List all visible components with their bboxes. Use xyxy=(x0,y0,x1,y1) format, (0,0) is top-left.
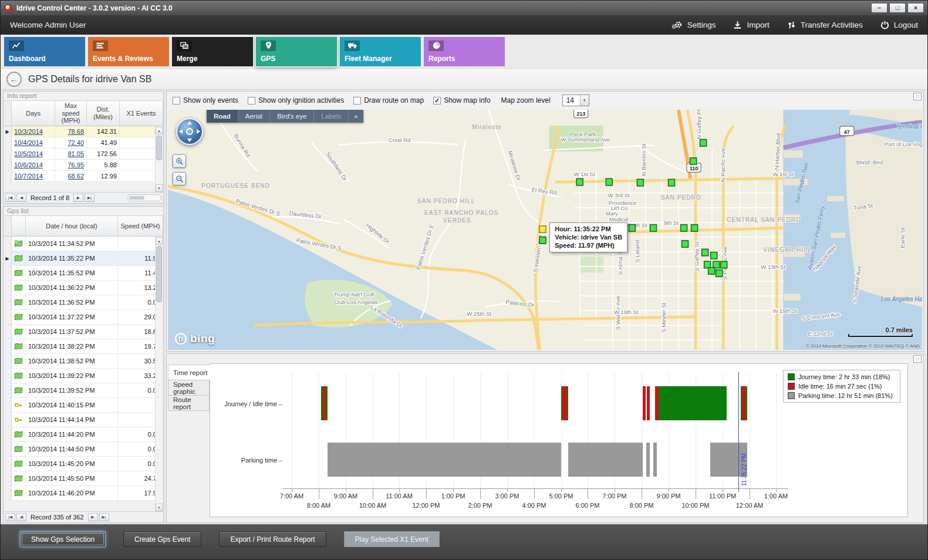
map[interactable]: MiralestePeck ParkW Summerland AveCrest … xyxy=(168,110,922,350)
day-link[interactable]: 10/4/2014 xyxy=(14,139,43,146)
info-report-row[interactable]: 10/7/2014 68.62 12.99 xyxy=(4,171,163,182)
last-record-button[interactable]: ▶| xyxy=(85,194,95,202)
day-link[interactable]: 10/7/2014 xyxy=(14,173,43,180)
scroll-thumb[interactable] xyxy=(129,196,144,200)
scroll-down-icon[interactable]: ▼ xyxy=(156,184,163,192)
gps-marker[interactable] xyxy=(721,261,727,268)
settings-button[interactable]: Settings xyxy=(671,21,716,29)
play-selected-x1-event-button[interactable]: Play Selected X1 Event xyxy=(344,531,440,547)
tab-speed-graphic[interactable]: Speed graphic xyxy=(168,380,210,396)
max-speed-link[interactable]: 72.40 xyxy=(68,139,84,146)
max-speed-link[interactable]: 81.05 xyxy=(68,150,84,157)
gps-list-row[interactable]: 10/3/2014 11:44:50 PM 0.00 xyxy=(4,442,163,457)
zoom-in-button[interactable] xyxy=(173,154,186,168)
gps-marker[interactable] xyxy=(629,225,635,231)
max-speed-link[interactable]: 78.68 xyxy=(68,128,84,135)
pan-west-icon[interactable] xyxy=(179,129,183,134)
scroll-down-icon[interactable]: ▼ xyxy=(156,504,163,511)
column-header-datetime[interactable]: Date / hour (local) xyxy=(26,216,118,236)
checkbox-show-only-ignition-activities[interactable]: Show only ignition activities xyxy=(248,96,344,104)
gps-marker[interactable] xyxy=(681,225,687,231)
panel-maximize-button[interactable]: □ xyxy=(913,93,922,100)
gps-marker[interactable] xyxy=(700,140,707,146)
column-header-speed[interactable]: Speed (MPH) xyxy=(118,216,163,236)
create-gps-event-button[interactable]: Create Gps Event xyxy=(123,531,201,547)
nav-tile-fleet-manager[interactable]: Fleet Manager xyxy=(340,37,421,66)
gps-marker[interactable] xyxy=(716,270,723,276)
gps-list-row[interactable]: 10/3/2014 11:39:52 PM 0.00 xyxy=(4,383,163,398)
info-report-row[interactable]: 10/6/2014 76.95 5.88 xyxy=(4,160,163,171)
gps-list-row[interactable]: 10/3/2014 11:37:22 PM 29.05 xyxy=(4,310,163,325)
gps-list-row[interactable]: 10/3/2014 11:39:22 PM 33.21 xyxy=(4,369,163,383)
prev-record-button[interactable]: ◀ xyxy=(16,513,26,521)
gps-marker[interactable] xyxy=(650,225,656,231)
info-report-row[interactable]: 10/5/2014 81.05 172.56 xyxy=(4,149,163,160)
map-compass-control[interactable] xyxy=(176,118,203,145)
gps-list-row[interactable]: 10/3/2014 11:36:52 PM 0.00 xyxy=(4,295,163,310)
gps-list-row[interactable]: 10/3/2014 11:44:14 PM xyxy=(4,413,163,427)
gps-marker[interactable] xyxy=(708,268,715,274)
zoom-out-button[interactable] xyxy=(173,172,186,185)
pan-south-icon[interactable] xyxy=(187,139,192,142)
column-header-dist[interactable]: Dist. (Miles) xyxy=(87,101,120,126)
prev-record-button[interactable]: ◀ xyxy=(16,194,26,202)
show-gps-selection-button[interactable]: Show Gps Selection xyxy=(20,531,106,547)
scroll-up-icon[interactable]: ▲ xyxy=(156,127,163,134)
gps-marker[interactable] xyxy=(539,237,546,243)
gps-list-row[interactable]: 10/3/2014 11:35:52 PM 11.47 xyxy=(4,266,163,281)
tab-time-report[interactable]: Time report xyxy=(168,365,211,380)
gps-marker[interactable] xyxy=(606,178,612,185)
gps-marker[interactable] xyxy=(711,252,717,259)
checkbox-icon[interactable] xyxy=(353,97,361,104)
transfer-activities-button[interactable]: Transfer Activities xyxy=(787,21,863,29)
gps-marker[interactable] xyxy=(576,178,583,185)
horizontal-scrollbar[interactable] xyxy=(127,194,161,201)
compass-center[interactable] xyxy=(186,128,193,135)
back-button[interactable]: ← xyxy=(6,72,22,87)
nav-tile-merge[interactable]: Merge xyxy=(172,37,253,66)
import-button[interactable]: Import xyxy=(733,21,769,29)
info-vertical-scrollbar[interactable]: ▲ ▼ xyxy=(155,127,163,192)
day-link[interactable]: 10/5/2014 xyxy=(14,150,43,157)
day-link[interactable]: 10/3/2014 xyxy=(14,128,43,135)
gps-list-row[interactable]: 10/3/2014 11:38:22 PM 19.70 xyxy=(4,339,163,354)
checkbox-show-only-events[interactable]: Show only events xyxy=(173,96,238,104)
gps-marker[interactable] xyxy=(637,179,643,185)
logout-button[interactable]: Logout xyxy=(880,21,918,29)
map-view-tab-aerial[interactable]: Aerial xyxy=(238,110,270,123)
map-canvas[interactable]: MiralestePeck ParkW Summerland AveCrest … xyxy=(168,110,922,350)
map-view-tab-road[interactable]: Road xyxy=(207,110,238,123)
info-report-row[interactable]: 10/4/2014 72.40 41.49 xyxy=(4,137,163,149)
first-record-button[interactable]: |◀ xyxy=(5,513,15,521)
gps-list-row[interactable]: 10/3/2014 11:38:52 PM 30.55 xyxy=(4,354,163,369)
max-speed-link[interactable]: 76.95 xyxy=(68,161,84,168)
gps-marker[interactable] xyxy=(691,225,698,231)
export-print-route-report-button[interactable]: Export / Print Route Report xyxy=(219,531,326,547)
max-speed-link[interactable]: 68.62 xyxy=(68,173,84,180)
close-button[interactable]: × xyxy=(907,3,924,13)
gps-list-row[interactable]: 10/3/2014 11:36:22 PM 13.28 xyxy=(4,281,163,295)
pan-east-icon[interactable] xyxy=(197,129,200,134)
map-view-tab-bird-s-eye[interactable]: Bird's eye xyxy=(270,110,314,123)
scroll-thumb[interactable] xyxy=(156,136,162,160)
nav-tile-gps[interactable]: GPS xyxy=(256,37,337,66)
checkbox-show-map-info[interactable]: ✓Show map info xyxy=(433,96,490,104)
checkbox-draw-route-on-map[interactable]: Draw route on map xyxy=(353,96,424,104)
checkbox-icon[interactable] xyxy=(248,97,255,104)
gps-list-row[interactable]: ▶ 10/3/2014 11:35:22 PM 11.97 xyxy=(4,251,163,266)
gps-vertical-scrollbar[interactable]: ▲ ▼ xyxy=(155,237,163,511)
last-record-button[interactable]: ▶| xyxy=(99,513,109,521)
gps-marker[interactable] xyxy=(702,249,708,255)
collapse-map-tabs-button[interactable]: « xyxy=(349,110,363,123)
nav-tile-reports[interactable]: Reports xyxy=(424,37,505,66)
gps-list-row[interactable]: 10/3/2014 11:40:15 PM xyxy=(4,398,163,413)
next-record-button[interactable]: ▶ xyxy=(88,513,98,521)
nav-tile-dashboard[interactable]: Dashboard xyxy=(4,37,85,66)
gps-list-row[interactable]: 10/3/2014 11:44:20 PM 0.00 xyxy=(4,427,163,442)
chevron-down-icon[interactable]: ▼ xyxy=(580,95,589,106)
day-link[interactable]: 10/6/2014 xyxy=(14,161,43,168)
checkbox-icon[interactable] xyxy=(173,97,180,104)
map-zoom-select[interactable]: 14 ▼ xyxy=(562,95,589,106)
nav-tile-events-reviews[interactable]: Events & Reviews xyxy=(88,37,169,66)
scroll-up-icon[interactable]: ▲ xyxy=(156,237,163,245)
